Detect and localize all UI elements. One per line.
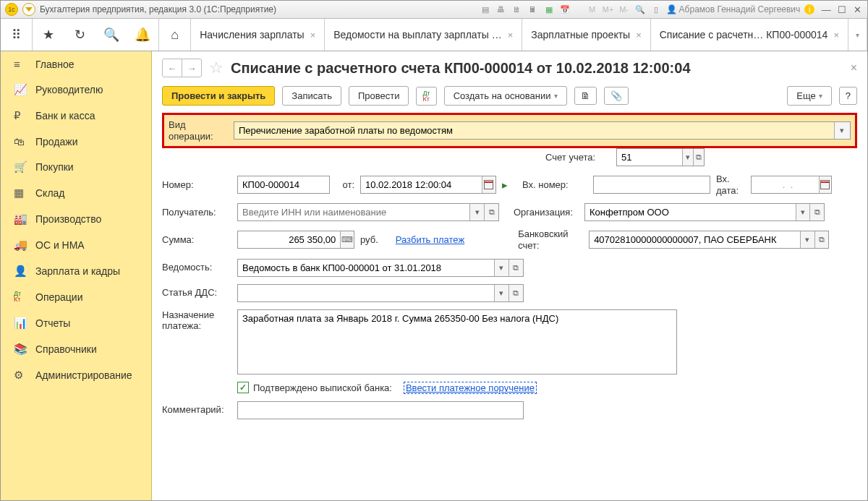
info-icon[interactable]: i bbox=[804, 4, 814, 14]
account-select[interactable]: ▾ ⧉ bbox=[616, 148, 705, 166]
close-button[interactable]: ✕ bbox=[851, 4, 863, 15]
mem-m-plus[interactable]: M+ bbox=[603, 4, 614, 15]
incoming-number-input[interactable] bbox=[594, 176, 710, 193]
split-payment-link[interactable]: Разбить платеж bbox=[396, 234, 464, 245]
dropdown-round-icon[interactable] bbox=[22, 3, 35, 16]
amount[interactable]: ⌨ bbox=[237, 231, 354, 249]
chevron-down-icon[interactable]: ▾ bbox=[800, 231, 814, 248]
notifications-icon[interactable]: 🔔 bbox=[127, 19, 159, 51]
statement-select[interactable]: ▾ ⧉ bbox=[237, 259, 524, 277]
search-icon[interactable]: 🔍 bbox=[95, 19, 127, 51]
chevron-down-icon[interactable]: ▾ bbox=[834, 122, 850, 139]
bank-account-input[interactable] bbox=[590, 231, 800, 248]
create-on-basis-button[interactable]: Создать на основании▾ bbox=[444, 86, 567, 106]
recipient-select[interactable]: ▾ ⧉ bbox=[237, 203, 499, 221]
calc-icon[interactable]: 🖩 bbox=[527, 4, 539, 15]
posted-mark-icon[interactable]: ▸ bbox=[502, 179, 508, 192]
sidebar-item-purchases[interactable]: 🛒Покупки bbox=[1, 154, 151, 180]
open-button[interactable]: ⧉ bbox=[484, 204, 498, 220]
operation-type-select[interactable]: ▾ bbox=[234, 121, 851, 140]
tab-pay-statements[interactable]: Ведомости на выплату зарплаты …× bbox=[325, 19, 522, 51]
open-button[interactable]: ⧉ bbox=[693, 149, 704, 166]
dds-select[interactable]: ▾ ⧉ bbox=[237, 284, 524, 302]
post-and-close-button[interactable]: Провести и закрыть bbox=[162, 86, 275, 106]
tab-overflow[interactable]: ▾ bbox=[848, 19, 867, 51]
favorite-toggle-icon[interactable]: ☆ bbox=[209, 59, 224, 77]
chevron-down-icon[interactable]: ▾ bbox=[469, 204, 484, 220]
chevron-down-icon[interactable]: ▾ bbox=[494, 260, 509, 276]
close-doc-button[interactable]: × bbox=[851, 61, 857, 74]
write-button[interactable]: Записать bbox=[282, 86, 341, 106]
print-icon[interactable]: 🖶 bbox=[495, 4, 507, 15]
dds-input[interactable] bbox=[238, 285, 494, 301]
incoming-date-input[interactable] bbox=[752, 176, 819, 193]
minimize-button[interactable]: — bbox=[820, 4, 832, 15]
more-button[interactable]: Еще▾ bbox=[787, 86, 831, 106]
number-input[interactable] bbox=[238, 176, 329, 193]
bank-account-select[interactable]: ▾ ⧉ bbox=[589, 231, 829, 249]
operation-type-input[interactable] bbox=[234, 122, 834, 139]
report-button[interactable]: 🗎 bbox=[574, 87, 597, 105]
sidebar-item-reports[interactable]: 📊Отчеты bbox=[1, 310, 151, 336]
purpose-textarea[interactable] bbox=[237, 309, 677, 374]
doc-date[interactable] bbox=[360, 176, 496, 194]
apps-grid-icon[interactable]: ⠿ bbox=[1, 19, 33, 51]
sidebar-item-bank[interactable]: ₽Банк и касса bbox=[1, 103, 151, 129]
statement-input[interactable] bbox=[238, 260, 494, 276]
user-label[interactable]: 👤Абрамов Геннадий Сергеевич bbox=[666, 4, 801, 14]
open-button[interactable]: ⧉ bbox=[509, 260, 523, 276]
calculator-icon[interactable]: ⌨ bbox=[340, 231, 354, 248]
help-button[interactable]: ? bbox=[839, 87, 857, 105]
post-button[interactable]: Провести bbox=[349, 86, 409, 106]
mem-m-minus[interactable]: M- bbox=[618, 4, 630, 15]
back-button[interactable]: ← bbox=[163, 59, 182, 77]
tab-salary-projects[interactable]: Зарплатные проекты× bbox=[522, 19, 650, 51]
chevron-down-icon[interactable]: ▾ bbox=[682, 149, 693, 166]
forward-button[interactable]: → bbox=[182, 59, 201, 77]
doc-number[interactable] bbox=[237, 176, 330, 194]
incoming-number[interactable] bbox=[593, 176, 710, 194]
doc-icon[interactable]: 🗎 bbox=[511, 4, 523, 15]
confirmed-checkbox[interactable]: ✓ bbox=[237, 382, 249, 393]
favorites-star-icon[interactable]: ★ bbox=[33, 19, 64, 51]
sidebar-item-hr[interactable]: 👤Зарплата и кадры bbox=[1, 258, 151, 284]
sidebar-item-admin[interactable]: ⚙Администрирование bbox=[1, 362, 151, 388]
calendar-icon[interactable] bbox=[819, 176, 831, 193]
chevron-down-icon[interactable]: ▾ bbox=[796, 204, 810, 220]
sidebar-item-production[interactable]: 🏭Производство bbox=[1, 206, 151, 232]
windows-icon[interactable]: ▯ bbox=[650, 4, 662, 15]
open-button[interactable]: ⧉ bbox=[809, 204, 824, 220]
sidebar-item-catalogs[interactable]: 📚Справочники bbox=[1, 336, 151, 362]
sidebar-item-manager[interactable]: 📈Руководителю bbox=[1, 77, 151, 103]
history-icon[interactable]: ↻ bbox=[64, 19, 95, 51]
open-button[interactable]: ⧉ bbox=[814, 231, 829, 248]
zoom-icon[interactable]: 🔍 bbox=[634, 4, 646, 15]
enter-payment-order-link[interactable]: Ввести платежное поручение bbox=[404, 382, 537, 394]
close-icon[interactable]: × bbox=[833, 30, 839, 40]
sidebar-item-sales[interactable]: 🛍Продажи bbox=[1, 129, 151, 154]
account-input[interactable] bbox=[617, 149, 682, 166]
org-input[interactable] bbox=[585, 204, 796, 220]
sidebar-item-main[interactable]: ≡Главное bbox=[1, 51, 151, 77]
org-select[interactable]: ▾ ⧉ bbox=[584, 203, 825, 221]
chevron-down-icon[interactable]: ▾ bbox=[494, 285, 509, 301]
maximize-button[interactable]: ☐ bbox=[836, 4, 848, 15]
date-input[interactable] bbox=[361, 176, 482, 193]
calendar-icon[interactable] bbox=[482, 176, 495, 193]
debit-credit-button[interactable]: ДтКт bbox=[416, 87, 436, 106]
tab-payroll[interactable]: Начисления зарплаты× bbox=[191, 19, 325, 51]
sidebar-item-operations[interactable]: ДтКтОперации bbox=[1, 284, 151, 310]
mem-m[interactable]: M bbox=[587, 4, 598, 15]
close-icon[interactable]: × bbox=[310, 30, 316, 40]
sidebar-item-warehouse[interactable]: ▦Склад bbox=[1, 180, 151, 206]
open-button[interactable]: ⧉ bbox=[509, 285, 523, 301]
schedule-icon[interactable]: 📅 bbox=[559, 4, 571, 15]
print-preview-icon[interactable]: ▤ bbox=[480, 4, 491, 15]
home-icon[interactable]: ⌂ bbox=[159, 19, 191, 51]
attach-button[interactable]: 📎 bbox=[604, 87, 629, 105]
calendar-grid-icon[interactable]: ▦ bbox=[543, 4, 555, 15]
close-icon[interactable]: × bbox=[508, 30, 514, 40]
comment-input[interactable] bbox=[238, 402, 523, 419]
tab-writeoff[interactable]: Списание с расчетн… КП00-000014× bbox=[651, 19, 848, 51]
incoming-date[interactable] bbox=[751, 176, 832, 194]
